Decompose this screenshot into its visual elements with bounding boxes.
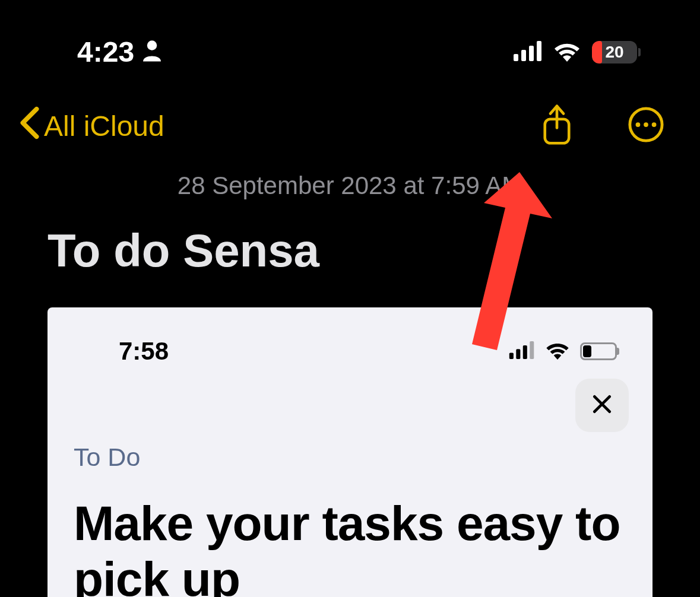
wifi-icon [544,341,571,362]
svg-rect-3 [529,46,534,61]
chevron-left-icon [18,106,42,147]
close-icon [591,393,613,418]
status-bar-inner: 7:58 [71,337,629,389]
nav-actions [540,104,664,148]
svg-rect-4 [537,41,541,61]
battery-percent: 20 [605,43,623,62]
back-label: All iCloud [44,110,164,142]
embedded-screenshot[interactable]: 7:58 [47,307,653,597]
cellular-signal-icon [509,341,535,361]
status-bar-outer: 4:23 20 [0,0,700,86]
svg-rect-12 [516,349,520,359]
note-title[interactable]: To do Sensa [0,224,700,307]
embedded-category: To Do [74,443,629,472]
share-icon[interactable] [540,104,574,148]
note-timestamp: 28 September 2023 at 7:59 AM [0,160,700,224]
more-icon[interactable] [628,106,664,145]
svg-rect-2 [521,50,526,61]
svg-point-0 [147,40,157,50]
person-icon [141,36,163,68]
clock-time: 4:23 [77,36,134,68]
svg-point-8 [636,122,641,127]
status-time-outer: 4:23 [77,36,163,68]
svg-rect-11 [509,353,514,359]
status-icons-inner [509,341,617,362]
svg-point-10 [652,122,657,127]
svg-rect-13 [523,345,527,359]
close-button[interactable] [575,379,629,432]
embedded-content: To Do Make your tasks easy to pick up [71,389,629,597]
battery-indicator-inner [580,342,617,360]
back-button[interactable]: All iCloud [18,106,164,147]
embedded-heading: Make your tasks easy to pick up [74,496,629,597]
nav-bar: All iCloud [0,86,700,160]
svg-rect-14 [530,341,534,359]
svg-rect-1 [514,54,518,61]
battery-indicator: 20 [592,41,641,63]
svg-point-9 [644,122,648,127]
status-icons-outer: 20 [514,40,641,64]
cellular-signal-icon [514,41,542,63]
status-time-inner: 7:58 [119,337,169,366]
wifi-icon [553,40,581,64]
